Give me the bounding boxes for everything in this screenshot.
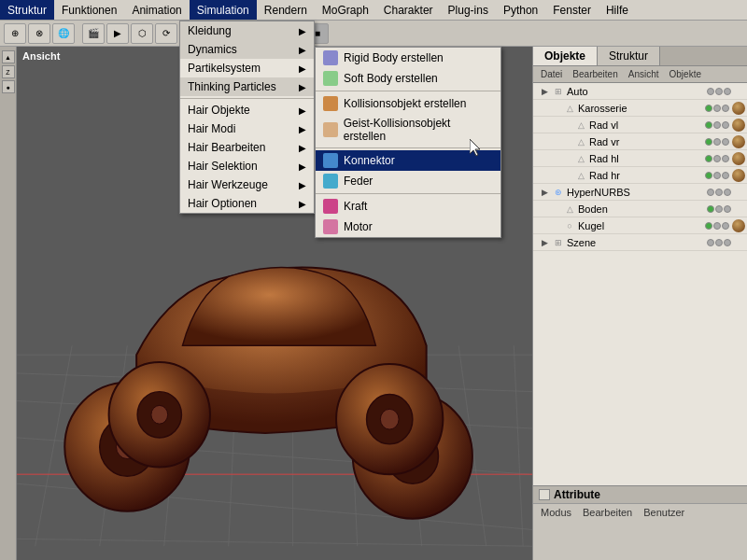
sim-item-dynamics[interactable]: Dynamics ▶ [180,40,314,59]
dot3 [722,172,729,179]
toolbar-btn-1[interactable]: ⊕ [4,23,26,44]
dyn-item-konnektor[interactable]: Konnektor [316,150,500,171]
toolbar-btn-6[interactable]: ⬡ [131,23,153,44]
dyn-item-geist[interactable]: Geist-Kollisionsobjekt erstellen [316,114,500,146]
obj-row-karosserie[interactable]: △ Karosserie [533,100,747,117]
obj-row-radhl[interactable]: △ Rad hl [533,150,747,167]
obj-row-radvl[interactable]: △ Rad vl [533,117,747,133]
left-btn-1[interactable]: ▲ [2,50,15,63]
name-kugel: Kugel [578,220,705,231]
dyn-separator-1 [316,91,500,91]
toolbar-btn-4[interactable]: 🎬 [82,23,105,44]
obj-row-szene[interactable]: ▶ ⊞ Szene [533,234,747,251]
obj-tool-objekte[interactable]: Objekte [666,68,705,80]
dyn-item-soft[interactable]: Soft Body erstellen [316,68,500,89]
dynamics-submenu[interactable]: Rigid Body erstellen Soft Body erstellen… [315,47,501,238]
expand-radhl[interactable] [561,153,572,164]
dyn-item-kollision[interactable]: Kollisionsobjekt erstellen [316,93,500,114]
obj-row-kugel[interactable]: ○ Kugel [533,217,747,234]
expand-kugel[interactable] [550,220,561,231]
dots-karosserie [705,102,745,115]
dyn-item-kraft[interactable]: Kraft [316,196,500,217]
kollision-icon [323,96,338,111]
dot1 [705,172,712,179]
toolbar: ⊕ ⊗ 🌐 🎬 ▶ ⬡ ⟳ + ✦ ≈ ⊞ ? ■ [0,21,747,47]
icon-kugel: ○ [563,219,576,232]
expand-karosserie[interactable] [550,103,561,114]
dot1 [705,155,712,162]
sim-item-hair-werkzeuge[interactable]: Hair Werkzeuge ▶ [180,175,314,194]
menu-struktur[interactable]: Struktur [0,0,54,20]
menu-rendern[interactable]: Rendern [257,0,315,20]
expand-hypernurbs[interactable]: ▶ [539,187,550,198]
menu-animation[interactable]: Animation [124,0,189,20]
geist-icon [323,122,338,137]
dot2 [713,222,721,230]
sim-item-kleidung[interactable]: Kleidung ▶ [180,21,314,40]
sim-item-partikelsystem[interactable]: Partikelsystem ▶ [180,59,314,77]
attr-tab-benutzer[interactable]: Benutzer [640,506,688,519]
sim-item-hair-objekte[interactable]: Hair Objekte ▶ [180,101,314,119]
menu-charakter[interactable]: Charakter [376,0,441,20]
simulation-menu[interactable]: Kleidung ▶ Dynamics ▶ Partikelsystem ▶ T… [179,21,315,214]
obj-row-radvr[interactable]: △ Rad vr [533,133,747,150]
toolbar-btn-2[interactable]: ⊗ [28,23,50,44]
sim-item-hair-optionen[interactable]: Hair Optionen ▶ [180,194,314,213]
icon-radvr: △ [574,135,587,148]
expand-radvr[interactable] [561,136,572,147]
menu-simulation[interactable]: Simulation [190,0,257,20]
right-panel: Objekte Struktur Datei Bearbeiten Ansich… [532,47,747,560]
dyn-item-feder[interactable]: Feder [316,171,500,191]
svg-point-28 [380,409,399,429]
dot1 [705,121,712,129]
attr-tabs: Modus Bearbeiten Benutzer [533,504,747,521]
sim-item-hair-selektion[interactable]: Hair Selektion ▶ [180,157,314,175]
name-radvr: Rad vr [589,136,705,147]
attr-checkbox[interactable] [539,489,550,500]
sim-item-hair-bearbeiten[interactable]: Hair Bearbeiten ▶ [180,138,314,157]
dyn-item-rigid[interactable]: Rigid Body erstellen [316,48,500,68]
dyn-item-motor[interactable]: Motor [316,217,500,237]
dots-szene [707,239,745,246]
attr-tab-bearbeiten[interactable]: Bearbeiten [579,506,636,519]
obj-tool-datei[interactable]: Datei [537,68,566,80]
tab-struktur[interactable]: Struktur [598,47,660,65]
dot2 [715,205,723,213]
toolbar-btn-7[interactable]: ⟳ [155,23,177,44]
dot2 [713,105,721,112]
obj-row-boden[interactable]: △ Boden [533,201,747,217]
expand-szene[interactable]: ▶ [539,237,550,248]
menu-funktionen[interactable]: Funktionen [54,0,124,20]
attr-tab-modus[interactable]: Modus [537,506,575,519]
sphere-kugel [732,219,745,232]
obj-row-auto[interactable]: ▶ ⊞ Auto [533,83,747,100]
feder-icon [323,174,338,189]
obj-tool-ansicht[interactable]: Ansicht [625,68,663,80]
expand-radhr[interactable] [561,170,572,181]
expand-radvl[interactable] [561,119,572,131]
icon-hypernurbs: ⊛ [552,186,565,199]
obj-tool-bearbeiten[interactable]: Bearbeiten [569,68,621,80]
toolbar-btn-5[interactable]: ▶ [106,23,129,44]
sim-item-hair-modi[interactable]: Hair Modi ▶ [180,119,314,138]
expand-auto[interactable]: ▶ [539,86,550,97]
obj-tabs: Objekte Struktur [533,47,747,66]
menu-python[interactable]: Python [496,0,545,20]
left-btn-2[interactable]: Z [2,65,15,78]
obj-row-radhr[interactable]: △ Rad hr [533,167,747,184]
menu-hilfe[interactable]: Hilfe [599,0,636,20]
menu-mograph[interactable]: MoGraph [315,0,376,20]
kraft-icon [323,199,338,214]
dot3 [724,189,731,196]
obj-row-hypernurbs[interactable]: ▶ ⊛ HyperNURBS [533,184,747,201]
expand-boden[interactable] [550,203,561,215]
left-btn-3[interactable]: ● [2,80,15,93]
sim-item-thinking[interactable]: Thinking Particles ▶ [180,77,314,96]
sphere-radhl [732,152,745,165]
menu-fenster[interactable]: Fenster [545,0,599,20]
tab-objekte[interactable]: Objekte [533,47,598,65]
toolbar-btn-3[interactable]: 🌐 [52,23,75,44]
dyn-separator-3 [316,193,500,194]
name-radhr: Rad hr [589,170,705,181]
menu-plugins[interactable]: Plug-ins [441,0,496,20]
